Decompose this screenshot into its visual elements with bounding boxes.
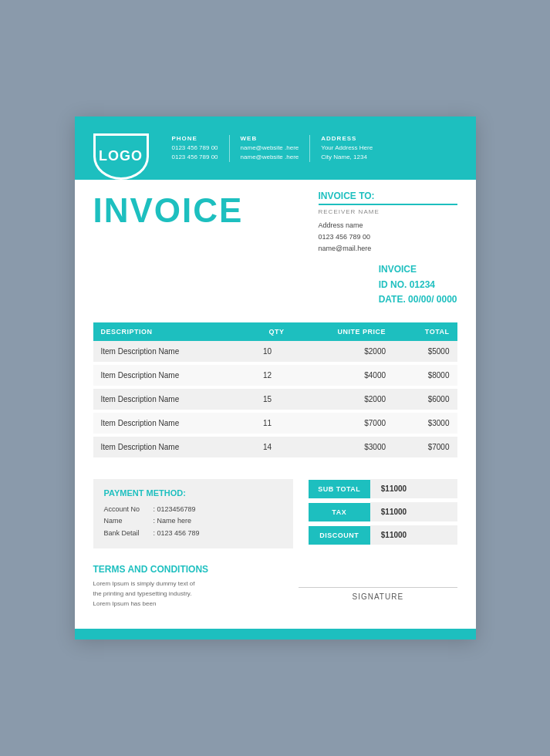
title-row: INVOICE INVOICE TO: RECEIVER NAME Addres… [75, 180, 476, 263]
item-description: Item Description Name [93, 435, 243, 459]
col-total: TOTAL [393, 322, 457, 341]
signature-label: SIGNATURE [352, 592, 403, 601]
invoice-meta-inner: INVOICE ID NO. 01234 DATE. 00/00/ 0000 [379, 262, 457, 307]
tax-row: TAX $11000 [309, 502, 457, 521]
tax-value: $11000 [370, 502, 457, 521]
col-unit-price: UNITE PRICE [292, 322, 393, 341]
item-qty: 12 [243, 363, 292, 387]
invoice-id-no: ID NO. 01234 [379, 278, 457, 292]
discount-label: DISCOUNT [309, 526, 370, 545]
items-table: DESCRIPTION QTY UNITE PRICE TOTAL Item D… [93, 322, 457, 461]
terms-left: TERMS AND CONDITIONS Lorem Ipsum is simp… [93, 564, 284, 609]
table-row: Item Description Name 12 $4000 $8000 [93, 363, 457, 387]
bottom-section: PAYMENT METHOD: Account No : 0123456789 … [75, 468, 476, 556]
item-unit-price: $2000 [292, 387, 393, 411]
col-qty: QTY [243, 322, 292, 341]
item-unit-price: $4000 [292, 363, 393, 387]
items-table-section: DESCRIPTION QTY UNITE PRICE TOTAL Item D… [75, 315, 476, 468]
terms-section: TERMS AND CONDITIONS Lorem Ipsum is simp… [75, 556, 476, 616]
bank-row: Bank Detail : 0123 456 789 [104, 528, 282, 539]
account-row: Account No : 0123456789 [104, 504, 282, 515]
col-description: DESCRIPTION [93, 322, 243, 341]
footer-bar [75, 629, 476, 640]
address-col: ADDRESS Your Address Here City Name, 123… [310, 135, 383, 162]
name-row: Name : Name here [104, 515, 282, 527]
phone-values: 0123 456 789 00 0123 456 789 00 [172, 143, 218, 162]
item-qty: 14 [243, 435, 292, 459]
item-unit-price: $3000 [292, 435, 393, 459]
item-description: Item Description Name [93, 387, 243, 411]
item-total: $6000 [393, 387, 457, 411]
address-values: Your Address Here City Name, 1234 [321, 143, 373, 162]
item-description: Item Description Name [93, 341, 243, 363]
payment-box: PAYMENT METHOD: Account No : 0123456789 … [93, 479, 293, 548]
header-contact: PHONE 0123 456 789 00 0123 456 789 00 WE… [161, 130, 457, 162]
web-col: WEB name@website .here name@website .her… [230, 135, 311, 162]
phone-col: PHONE 0123 456 789 00 0123 456 789 00 [161, 135, 230, 162]
phone-label: PHONE [172, 135, 218, 142]
discount-row: DISCOUNT $11000 [309, 525, 457, 545]
item-total: $3000 [393, 411, 457, 435]
invoice-to-sub: RECEIVER NAME [319, 208, 457, 215]
invoice-header: LOGO PHONE 0123 456 789 00 0123 456 789 … [75, 116, 476, 180]
item-qty: 15 [243, 387, 292, 411]
logo: LOGO [93, 133, 149, 180]
address-label: ADDRESS [321, 135, 373, 142]
item-description: Item Description Name [93, 411, 243, 435]
subtotal-row: SUB TOTAL $11000 [309, 479, 457, 498]
invoice-date: DATE. 00/00/ 0000 [379, 292, 457, 307]
item-total: $5000 [393, 341, 457, 363]
signature-box: SIGNATURE [299, 564, 457, 601]
subtotal-value: $11000 [370, 479, 457, 498]
table-row: Item Description Name 11 $7000 $3000 [93, 411, 457, 435]
item-qty: 11 [243, 411, 292, 435]
invoice-to-label: INVOICE TO: [319, 191, 457, 205]
web-label: WEB [241, 135, 299, 142]
tax-label: TAX [309, 503, 370, 521]
web-values: name@website .here name@website .here [241, 143, 299, 162]
item-qty: 10 [243, 341, 292, 363]
totals-box: SUB TOTAL $11000 TAX $11000 DISCOUNT $11… [309, 479, 457, 548]
subtotal-label: SUB TOTAL [309, 480, 370, 498]
payment-title: PAYMENT METHOD: [104, 488, 282, 498]
item-unit-price: $7000 [292, 411, 393, 435]
item-total: $7000 [393, 435, 457, 459]
invoice-to-details: Address name 0123 456 789 00 name@mail.h… [319, 220, 457, 255]
item-description: Item Description Name [93, 363, 243, 387]
signature-line [299, 587, 457, 588]
invoice-meta: INVOICE ID NO. 01234 DATE. 00/00/ 0000 [75, 262, 476, 315]
table-row: Item Description Name 14 $3000 $7000 [93, 435, 457, 459]
invoice-document: LOGO PHONE 0123 456 789 00 0123 456 789 … [75, 116, 476, 640]
terms-title: TERMS AND CONDITIONS [93, 564, 284, 575]
invoice-title: INVOICE [93, 194, 319, 228]
discount-value: $11000 [370, 525, 457, 545]
item-unit-price: $2000 [292, 341, 393, 363]
terms-text: Lorem Ipsum is simply dummy text of the … [93, 579, 284, 609]
item-total: $8000 [393, 363, 457, 387]
invoice-to-box: INVOICE TO: RECEIVER NAME Address name 0… [319, 191, 457, 255]
table-row: Item Description Name 15 $2000 $6000 [93, 387, 457, 411]
invoice-id-label: INVOICE [379, 262, 457, 277]
table-row: Item Description Name 10 $2000 $5000 [93, 341, 457, 363]
